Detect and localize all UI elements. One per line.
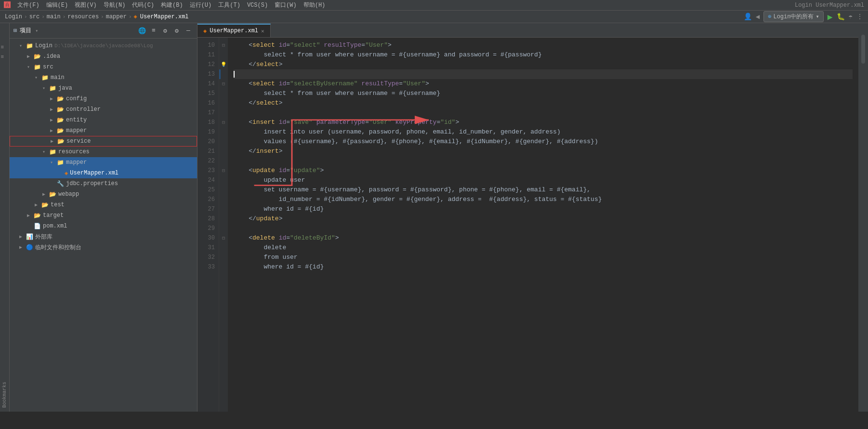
ln-23: 23 bbox=[197, 166, 219, 175]
menu-build[interactable]: 构建(B) bbox=[158, 0, 186, 10]
gutter-fold-14[interactable]: ⊟ bbox=[219, 79, 228, 89]
ln-11: 11 bbox=[197, 50, 219, 60]
code-text: "select" bbox=[290, 40, 320, 50]
tree-item-idea[interactable]: ▶ 📂 .idea bbox=[10, 51, 197, 62]
tree-item-service[interactable]: ▶ 📂 service bbox=[10, 136, 197, 147]
gutter-empty-25 bbox=[219, 185, 228, 195]
breadcrumb-login[interactable]: Login bbox=[5, 13, 22, 20]
ln-33: 33 bbox=[197, 262, 219, 272]
code-text: select bbox=[252, 40, 275, 50]
gutter-lightbulb-12[interactable]: 💡 bbox=[219, 60, 228, 69]
breadcrumb-user-icon[interactable]: 👤 bbox=[744, 13, 752, 21]
tree-arrow-test: ▶ bbox=[35, 202, 41, 208]
code-line-19: insert into user (username, password, ph… bbox=[234, 127, 853, 137]
left-gutter-icon-2[interactable]: ≡ bbox=[1, 54, 9, 62]
menu-code[interactable]: 代码(C) bbox=[129, 0, 157, 10]
sidebar-dropdown-icon[interactable]: ▾ bbox=[35, 28, 38, 34]
tab-close-button[interactable]: ✕ bbox=[261, 28, 264, 34]
tree-item-login[interactable]: ▾ 📁 Login D:\IDEA\javacode\javacode08\Lo… bbox=[10, 40, 197, 51]
code-line-11: select * from user where username = #{us… bbox=[234, 50, 853, 60]
tree-label-usermapper: UserMapper.xml bbox=[70, 170, 118, 176]
breadcrumb-usermapper[interactable]: UserMapper.xml bbox=[140, 13, 189, 20]
breadcrumb-src[interactable]: src bbox=[29, 13, 40, 20]
gutter-empty-31 bbox=[219, 243, 228, 253]
code-text bbox=[275, 79, 279, 89]
menu-edit[interactable]: 编辑(E) bbox=[43, 0, 71, 10]
breadcrumb-mapper[interactable]: mapper bbox=[106, 13, 127, 20]
scope-label: Login中的所有 bbox=[773, 13, 814, 21]
debug-button[interactable]: 🐛 bbox=[837, 13, 845, 21]
editor-tab-usermapper[interactable]: ◈ UserMapper.xml ✕ bbox=[197, 24, 271, 37]
tree-item-mapper-res[interactable]: ▾ 📁 mapper bbox=[10, 157, 197, 168]
menubar-right-info: Login UserMapper.xml bbox=[795, 2, 864, 9]
code-text: > bbox=[279, 60, 283, 69]
tree-item-pom[interactable]: ▶ 📄 pom.xml bbox=[10, 221, 197, 231]
tab-xml-icon: ◈ bbox=[203, 27, 207, 35]
main-layout: ≡ ≡ Bookmarks ⊞ 项目 ▾ 🌐 ≡ ⚙ ⚙ — ▾ 📁 Login bbox=[0, 23, 868, 412]
gutter-fold-10[interactable]: ⊟ bbox=[219, 40, 228, 50]
tree-item-target[interactable]: ▶ 📂 target bbox=[10, 210, 197, 221]
gutter-fold-18[interactable]: ⊟ bbox=[219, 118, 228, 127]
breadcrumb-main[interactable]: main bbox=[47, 13, 61, 20]
sidebar-collapse-btn[interactable]: — bbox=[184, 26, 193, 36]
gutter-empty-28 bbox=[219, 214, 228, 224]
code-content[interactable]: <select id="select" resultType="User"> s… bbox=[228, 38, 858, 412]
code-text: > bbox=[388, 40, 392, 50]
sidebar-globe-btn[interactable]: 🌐 bbox=[137, 26, 147, 36]
tree-item-jdbc[interactable]: ▶ 🔧 jdbc.properties bbox=[10, 178, 197, 189]
tree-item-config[interactable]: ▶ 📂 config bbox=[10, 94, 197, 104]
scope-selector[interactable]: ⊕ Login中的所有 ▾ bbox=[763, 11, 823, 22]
tree-label-controller: controller bbox=[66, 106, 101, 113]
scrollbar-indicator[interactable] bbox=[861, 35, 865, 64]
tab-label: UserMapper.xml bbox=[210, 27, 258, 34]
tree-item-webapp[interactable]: ▶ 📂 webapp bbox=[10, 189, 197, 200]
tree-item-main[interactable]: ▾ 📁 main bbox=[10, 72, 197, 83]
tree-item-entity[interactable]: ▶ 📂 entity bbox=[10, 115, 197, 125]
menu-view[interactable]: 视图(V) bbox=[72, 0, 100, 10]
tree-item-usermapper[interactable]: ▶ ◈ UserMapper.xml bbox=[10, 168, 197, 178]
tree-item-extlib[interactable]: ▶ 📊 外部库 bbox=[10, 231, 197, 242]
tree-label-config: config bbox=[66, 95, 87, 102]
code-text: resultType bbox=[324, 40, 361, 50]
code-text: > bbox=[279, 98, 283, 108]
run-button[interactable]: ▶ bbox=[828, 12, 833, 22]
more-actions-button[interactable]: ⋮ bbox=[856, 13, 863, 21]
menu-tools[interactable]: 工具(T) bbox=[215, 0, 243, 10]
menu-help[interactable]: 帮助(H) bbox=[301, 0, 329, 10]
left-gutter-icon-1[interactable]: ≡ bbox=[1, 44, 9, 52]
code-text: id bbox=[279, 118, 287, 127]
sidebar-align-btn[interactable]: ≡ bbox=[149, 26, 158, 36]
tree-item-test[interactable]: ▶ 📂 test bbox=[10, 200, 197, 210]
menu-window[interactable]: 窗口(W) bbox=[272, 0, 300, 10]
gutter-empty-19 bbox=[219, 127, 228, 137]
tree-label-mapper-java: mapper bbox=[66, 127, 87, 134]
tree-item-src[interactable]: ▾ 📁 src bbox=[10, 62, 197, 72]
code-text: > bbox=[335, 233, 339, 243]
gutter-fold-23[interactable]: ⊟ bbox=[219, 166, 228, 175]
menu-run[interactable]: 运行(U) bbox=[187, 0, 215, 10]
tree-item-resources[interactable]: ▾ 📁 resources bbox=[10, 147, 197, 157]
code-line-22 bbox=[234, 156, 853, 166]
gutter-fold-30[interactable]: ⊟ bbox=[219, 233, 228, 243]
tree-arrow-resources: ▾ bbox=[42, 149, 49, 155]
code-text: < bbox=[249, 118, 252, 127]
tree-arrow-service: ▶ bbox=[51, 138, 57, 144]
menu-navigate[interactable]: 导航(N) bbox=[101, 0, 129, 10]
temp-icon: 🔵 bbox=[26, 244, 33, 251]
xml-file-icon: ◈ bbox=[65, 170, 68, 177]
menu-vcs[interactable]: VCS(S) bbox=[244, 1, 271, 10]
tree-item-temp[interactable]: ▶ 🔵 临时文件和控制台 bbox=[10, 242, 197, 253]
sidebar-filter-btn[interactable]: ⚙ bbox=[160, 26, 170, 36]
breadcrumb-resources[interactable]: resources bbox=[67, 13, 99, 20]
code-text: insert bbox=[256, 147, 279, 156]
sidebar-settings-btn[interactable]: ⚙ bbox=[172, 26, 182, 36]
tree-item-mapper-java[interactable]: ▶ 📂 mapper bbox=[10, 125, 197, 136]
ln-16: 16 bbox=[197, 98, 219, 108]
coverage-button[interactable]: ☂ bbox=[849, 13, 853, 21]
breadcrumb-back-icon[interactable]: ◀ bbox=[756, 13, 760, 21]
tree-item-controller[interactable]: ▶ 📂 controller bbox=[10, 104, 197, 115]
app-logo-icon: 🅰 bbox=[4, 1, 11, 9]
menu-file[interactable]: 文件(F) bbox=[14, 0, 42, 10]
code-editor[interactable]: 10 11 12 13 14 15 16 17 18 19 20 21 22 2… bbox=[197, 38, 858, 412]
tree-item-java[interactable]: ▾ 📁 java bbox=[10, 83, 197, 94]
